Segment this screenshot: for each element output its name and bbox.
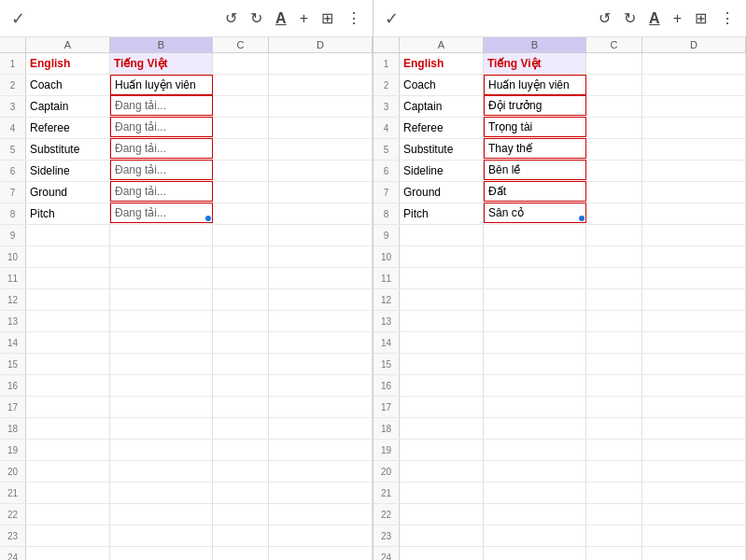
cell-b-8[interactable]: Đang tải... bbox=[110, 203, 213, 223]
cell-c-20[interactable] bbox=[213, 461, 269, 482]
cell-a-8[interactable]: Pitch bbox=[400, 203, 484, 224]
cell-b-12[interactable] bbox=[110, 289, 213, 310]
cell-d-18[interactable] bbox=[642, 418, 746, 439]
cell-a-1[interactable]: English bbox=[400, 53, 484, 74]
check-icon-right[interactable]: ✓ bbox=[385, 8, 399, 29]
cell-a-20[interactable] bbox=[26, 461, 110, 482]
cell-b-20[interactable] bbox=[110, 461, 213, 482]
cell-c-3[interactable] bbox=[213, 96, 269, 117]
cell-d-2[interactable] bbox=[642, 75, 746, 95]
table-icon-right[interactable]: ⊞ bbox=[695, 9, 707, 27]
left-col-header-d[interactable]: D bbox=[269, 37, 373, 52]
cell-b-17[interactable] bbox=[484, 397, 586, 417]
redo-icon-left[interactable]: ↻ bbox=[250, 9, 262, 27]
cell-d-14[interactable] bbox=[269, 332, 373, 353]
cell-c-16[interactable] bbox=[213, 375, 269, 396]
cell-b-3[interactable]: Đội trưởng bbox=[484, 95, 586, 116]
more-icon-left[interactable]: ⋮ bbox=[346, 9, 361, 27]
cell-d-9[interactable] bbox=[642, 225, 746, 245]
cell-a-18[interactable] bbox=[400, 418, 484, 439]
cell-d-15[interactable] bbox=[269, 354, 373, 374]
cell-d-20[interactable] bbox=[642, 461, 746, 482]
cell-a-21[interactable] bbox=[400, 483, 484, 503]
cell-a-4[interactable]: Referee bbox=[26, 118, 110, 138]
cell-c-4[interactable] bbox=[213, 118, 269, 138]
more-icon-right[interactable]: ⋮ bbox=[720, 9, 735, 27]
cell-a-13[interactable] bbox=[26, 311, 110, 331]
cell-a-5[interactable]: Substitute bbox=[400, 139, 484, 160]
cell-c-7[interactable] bbox=[213, 182, 269, 203]
cell-a-4[interactable]: Referee bbox=[400, 118, 484, 138]
table-icon-left[interactable]: ⊞ bbox=[321, 9, 333, 27]
cell-a-17[interactable] bbox=[26, 397, 110, 417]
cell-b-4[interactable]: Đang tải... bbox=[110, 117, 213, 137]
right-col-header-a[interactable]: A bbox=[400, 37, 484, 52]
cell-c-12[interactable] bbox=[213, 289, 269, 310]
cell-b-7[interactable]: Đất bbox=[484, 181, 586, 202]
cell-c-9[interactable] bbox=[586, 225, 642, 245]
cell-a-10[interactable] bbox=[400, 246, 484, 267]
cell-d-15[interactable] bbox=[642, 354, 746, 374]
cell-d-13[interactable] bbox=[269, 311, 373, 331]
cell-d-12[interactable] bbox=[642, 289, 746, 310]
cell-a-15[interactable] bbox=[400, 354, 484, 374]
left-col-header-c[interactable]: C bbox=[213, 37, 269, 52]
cell-c-12[interactable] bbox=[586, 289, 642, 310]
cell-a-2[interactable]: Coach bbox=[26, 75, 110, 95]
cell-c-23[interactable] bbox=[213, 525, 269, 546]
cell-b-19[interactable] bbox=[484, 440, 586, 460]
cell-d-6[interactable] bbox=[642, 161, 746, 181]
format-icon-right[interactable]: A bbox=[649, 10, 660, 27]
left-col-header-a[interactable]: A bbox=[26, 37, 110, 52]
cell-c-16[interactable] bbox=[586, 375, 642, 396]
cell-d-14[interactable] bbox=[642, 332, 746, 353]
cell-a-3[interactable]: Captain bbox=[400, 96, 484, 117]
cell-b-1[interactable]: Tiếng Việt bbox=[484, 53, 586, 74]
cell-b-18[interactable] bbox=[484, 418, 586, 439]
cell-c-18[interactable] bbox=[213, 418, 269, 439]
cell-b-1[interactable]: Tiếng Việt bbox=[110, 53, 213, 74]
cell-d-19[interactable] bbox=[269, 440, 373, 460]
cell-d-3[interactable] bbox=[642, 96, 746, 117]
cell-d-5[interactable] bbox=[269, 139, 373, 160]
left-col-header-b[interactable]: B bbox=[110, 37, 213, 52]
cell-b-15[interactable] bbox=[484, 354, 586, 374]
cell-c-5[interactable] bbox=[586, 139, 642, 160]
cell-c-4[interactable] bbox=[586, 118, 642, 138]
cell-b-12[interactable] bbox=[484, 289, 586, 310]
cell-a-16[interactable] bbox=[26, 375, 110, 396]
cell-d-7[interactable] bbox=[642, 182, 746, 203]
cell-d-24[interactable] bbox=[269, 547, 373, 560]
cell-d-1[interactable] bbox=[269, 53, 373, 74]
cell-a-14[interactable] bbox=[400, 332, 484, 353]
cell-d-2[interactable] bbox=[269, 75, 373, 95]
cell-a-5[interactable]: Substitute bbox=[26, 139, 110, 160]
cell-b-2[interactable]: Huấn luyện viên bbox=[110, 75, 213, 95]
cell-c-11[interactable] bbox=[213, 268, 269, 288]
cell-b-22[interactable] bbox=[110, 504, 213, 525]
cell-a-1[interactable]: English bbox=[26, 53, 110, 74]
cell-c-20[interactable] bbox=[586, 461, 642, 482]
cell-c-1[interactable] bbox=[586, 53, 642, 74]
cell-d-1[interactable] bbox=[642, 53, 746, 74]
cell-d-9[interactable] bbox=[269, 225, 373, 245]
cell-d-22[interactable] bbox=[642, 504, 746, 525]
cell-b-10[interactable] bbox=[110, 246, 213, 267]
add-icon-right[interactable]: + bbox=[673, 10, 682, 27]
format-icon-left[interactable]: A bbox=[275, 10, 287, 27]
cell-d-3[interactable] bbox=[269, 96, 373, 117]
cell-c-9[interactable] bbox=[213, 225, 269, 245]
cell-d-16[interactable] bbox=[642, 375, 746, 396]
cell-c-17[interactable] bbox=[586, 397, 642, 417]
cell-a-10[interactable] bbox=[26, 246, 110, 267]
cell-b-6[interactable]: Bên lề bbox=[484, 160, 586, 180]
cell-c-1[interactable] bbox=[213, 53, 269, 74]
check-icon-left[interactable]: ✓ bbox=[11, 8, 25, 29]
cell-b-17[interactable] bbox=[110, 397, 213, 417]
cell-a-15[interactable] bbox=[26, 354, 110, 374]
cell-d-12[interactable] bbox=[269, 289, 373, 310]
cell-d-24[interactable] bbox=[642, 547, 746, 560]
cell-a-9[interactable] bbox=[26, 225, 110, 245]
cell-b-10[interactable] bbox=[484, 246, 586, 267]
cell-b-22[interactable] bbox=[484, 504, 586, 525]
